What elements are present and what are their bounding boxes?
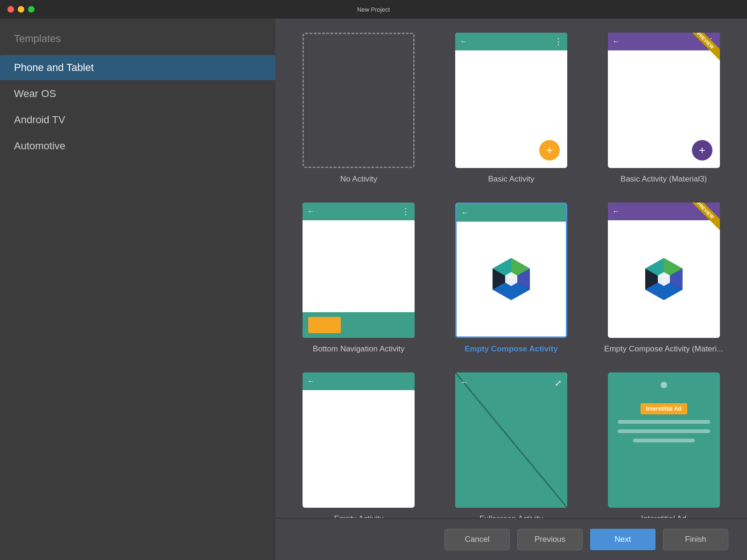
preview-badge: PREVIEW — [687, 33, 720, 61]
back-arrow-icon: ← — [613, 207, 620, 216]
template-label-fullscreen: Fullscreen Activity — [479, 514, 543, 518]
bottom-nav-bar — [303, 312, 415, 338]
template-empty-activity[interactable]: ← Empty Activity — [294, 372, 423, 518]
template-label-empty-compose-material: Empty Compose Activity (Materi... — [604, 344, 723, 354]
interstitial-line-3 — [633, 439, 695, 442]
finish-button[interactable]: Finish — [663, 529, 728, 550]
fullscreen-back-icon: ← — [461, 378, 468, 386]
template-basic-material3[interactable]: ← ⋮ + PREVIEW Basic Activity (Material3) — [599, 33, 728, 184]
template-preview-fullscreen: ← ⤢ — [455, 372, 567, 508]
interstitial-line-2 — [618, 429, 710, 433]
compose-topbar: ← — [457, 204, 566, 222]
template-preview-bottom-nav: ← ⋮ — [303, 203, 415, 338]
sidebar-item-wear-os[interactable]: Wear OS — [0, 81, 275, 106]
template-preview-empty-compose-material: ← PREVIEW — [608, 203, 720, 338]
template-label-basic-material3: Basic Activity (Material3) — [620, 175, 707, 184]
empty-activity-body — [303, 390, 415, 508]
template-preview-no-activity — [303, 33, 415, 168]
interstitial-dot — [661, 382, 667, 388]
template-preview-basic-material3: ← ⋮ + PREVIEW — [608, 33, 720, 168]
template-label-empty-activity: Empty Activity — [334, 514, 383, 518]
material3-body: + — [608, 50, 720, 168]
interstitial-ad-badge: Interstitial Ad — [641, 403, 687, 414]
template-preview-basic-activity: ← ⋮ + — [455, 33, 567, 168]
template-preview-empty-compose: ← — [455, 203, 567, 338]
template-no-activity[interactable]: No Activity — [294, 33, 423, 184]
footer-bar: Cancel Previous Next Finish — [275, 518, 747, 560]
nav-tab-2 — [342, 312, 376, 338]
back-arrow-icon: ← — [613, 37, 620, 46]
cancel-button[interactable]: Cancel — [444, 529, 510, 550]
basic-activity-topbar: ← ⋮ — [455, 33, 567, 50]
empty-activity-topbar: ← — [303, 372, 415, 390]
template-label-basic-activity: Basic Activity — [488, 175, 534, 184]
svg-line-12 — [455, 372, 567, 508]
interstitial-line-1 — [618, 420, 710, 424]
template-label-empty-compose: Empty Compose Activity — [465, 344, 558, 354]
nav-tab-3 — [376, 312, 410, 338]
template-fullscreen[interactable]: ← ⤢ Fullscreen Activity — [447, 372, 576, 518]
fullscreen-bg: ← ⤢ — [455, 372, 567, 508]
preview-badge-2: PREVIEW — [687, 203, 720, 231]
preview-corner: PREVIEW — [687, 33, 720, 65]
basic-activity-fab: + — [539, 140, 560, 161]
nav-tab-1 — [307, 312, 341, 338]
sidebar-item-android-tv[interactable]: Android TV — [0, 107, 275, 133]
menu-dots-icon: ⋮ — [402, 206, 410, 217]
templates-grid: No Activity ← ⋮ + Basic Activity — [275, 19, 747, 518]
template-preview-empty-activity: ← — [303, 372, 415, 508]
template-bottom-nav[interactable]: ← ⋮ Bottom Navigation Activity — [294, 203, 423, 354]
preview-corner-2: PREVIEW — [687, 203, 720, 235]
next-button[interactable]: Next — [590, 529, 655, 550]
maximize-button[interactable] — [28, 6, 35, 13]
previous-button[interactable]: Previous — [517, 529, 583, 550]
sidebar-item-automotive[interactable]: Automotive — [0, 133, 275, 159]
template-empty-compose[interactable]: ← — [447, 203, 576, 354]
template-label-interstitial: Interstitial Ad — [641, 514, 686, 518]
sidebar: Templates Phone and Tablet Wear OS Andro… — [0, 19, 275, 560]
material3-fab: + — [692, 140, 712, 161]
back-arrow-icon: ← — [307, 377, 315, 385]
bottom-nav-topbar: ← ⋮ — [303, 203, 415, 220]
content-area: No Activity ← ⋮ + Basic Activity — [275, 19, 747, 560]
compose-material-body — [608, 220, 720, 338]
template-preview-interstitial: Interstitial Ad — [608, 372, 720, 508]
sidebar-item-phone-tablet[interactable]: Phone and Tablet — [0, 55, 275, 80]
main-container: Templates Phone and Tablet Wear OS Andro… — [0, 19, 747, 560]
back-arrow-icon: ← — [460, 37, 467, 46]
back-arrow-icon: ← — [461, 209, 469, 217]
bottom-nav-body — [303, 220, 415, 338]
close-button[interactable] — [7, 6, 14, 13]
window-title: New Project — [357, 6, 390, 13]
expand-icon: ⤢ — [555, 378, 562, 388]
template-empty-compose-material[interactable]: ← PREVIEW — [599, 203, 728, 354]
compose-material-logo-icon — [641, 256, 687, 302]
basic-activity-body: + — [455, 50, 567, 168]
compose-body — [457, 222, 566, 336]
template-interstitial-ad[interactable]: Interstitial Ad Interstitial Ad — [599, 372, 728, 518]
compose-logo-icon — [488, 256, 535, 302]
title-bar: New Project — [0, 0, 747, 19]
nav-tab-active — [308, 317, 341, 333]
menu-dots-icon: ⋮ — [554, 36, 563, 47]
template-basic-activity[interactable]: ← ⋮ + Basic Activity — [447, 33, 576, 184]
window-controls — [7, 6, 35, 13]
back-arrow-icon: ← — [307, 207, 315, 216]
minimize-button[interactable] — [18, 6, 24, 13]
template-label-bottom-nav: Bottom Navigation Activity — [313, 344, 405, 354]
template-label-no-activity: No Activity — [340, 175, 377, 184]
fullscreen-diagonal-icon — [455, 372, 567, 508]
sidebar-title: Templates — [0, 28, 275, 54]
interstitial-bg: Interstitial Ad — [608, 372, 720, 508]
